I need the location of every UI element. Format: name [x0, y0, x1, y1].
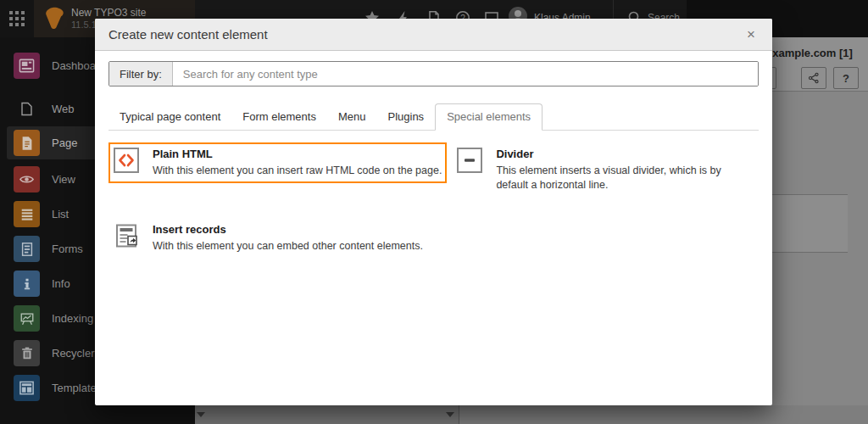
filter-input-group: Filter by:: [108, 61, 759, 86]
filter-by-label: Filter by:: [109, 62, 173, 86]
sidebar-item-label: Info: [52, 277, 70, 290]
tab-special-elements[interactable]: Special elements: [435, 103, 542, 131]
tab-plugins[interactable]: Plugins: [376, 104, 435, 130]
page-icon: [14, 130, 40, 156]
modal-tabs: Typical page content Form elements Menu …: [108, 103, 759, 131]
typo3-logo-icon: [44, 7, 64, 31]
card-description: With this element you can embed other co…: [153, 239, 423, 254]
indexing-icon: [14, 305, 40, 332]
sidebar-item-label: List: [52, 208, 69, 220]
modal-header: Create new content element ×: [95, 19, 772, 51]
page-title: example.com [1]: [766, 47, 853, 59]
share-button[interactable]: [801, 67, 826, 89]
list-icon: [14, 201, 40, 227]
insert-records-icon: [114, 223, 139, 248]
bottom-selector-bar: [195, 405, 868, 424]
dashboard-icon: [14, 53, 40, 79]
content-element-cards: Plain HTML With this element you can ins…: [108, 142, 759, 259]
template-icon: [14, 375, 40, 401]
share-icon: [808, 72, 820, 84]
modal-title: Create new content element: [108, 27, 268, 42]
card-title: Plain HTML: [153, 148, 442, 160]
content-type-search-input[interactable]: [173, 62, 758, 86]
create-content-element-modal: Create new content element × Filter by: …: [95, 19, 772, 405]
tab-form-elements[interactable]: Form elements: [231, 104, 327, 130]
card-divider[interactable]: Divider This element inserts a visual di…: [452, 142, 759, 198]
card-description: With this element you can insert raw HTM…: [153, 164, 442, 178]
sidebar-item-label: Page: [52, 137, 77, 149]
card-insert-records[interactable]: Insert records With this element you can…: [108, 218, 447, 259]
close-icon[interactable]: ×: [743, 25, 759, 43]
help-button[interactable]: ?: [833, 67, 859, 89]
card-title: Divider: [496, 148, 754, 160]
chevron-down-icon[interactable]: [446, 412, 454, 417]
info-icon: [14, 271, 40, 297]
sidebar-item-label: Indexing: [52, 312, 93, 325]
bottom-selector-right[interactable]: [459, 405, 868, 424]
sidebar-section-label: Web: [52, 103, 75, 115]
recycler-trash-icon: [14, 340, 40, 366]
divider-minus-icon: [457, 148, 482, 173]
card-description: This element inserts a visual divider, w…: [496, 164, 754, 192]
tab-menu[interactable]: Menu: [327, 104, 377, 130]
sidebar-item-label: Forms: [52, 243, 83, 255]
chevron-down-icon[interactable]: [197, 412, 205, 417]
plain-html-code-icon: [114, 148, 139, 173]
sidebar-item-label: Template: [52, 382, 97, 394]
forms-icon: [14, 236, 40, 262]
sidebar-item-label: Recycler: [52, 347, 95, 360]
tab-typical-page-content[interactable]: Typical page content: [108, 104, 231, 130]
help-button-label: ?: [843, 72, 849, 85]
card-plain-html[interactable]: Plain HTML With this element you can ins…: [108, 142, 447, 183]
view-eye-icon: [14, 166, 40, 192]
modules-grid-icon[interactable]: [8, 10, 25, 27]
card-title: Insert records: [153, 223, 423, 236]
web-section-icon: [19, 102, 34, 116]
sidebar-item-label: View: [52, 173, 75, 186]
site-name: New TYPO3 site: [71, 8, 146, 20]
